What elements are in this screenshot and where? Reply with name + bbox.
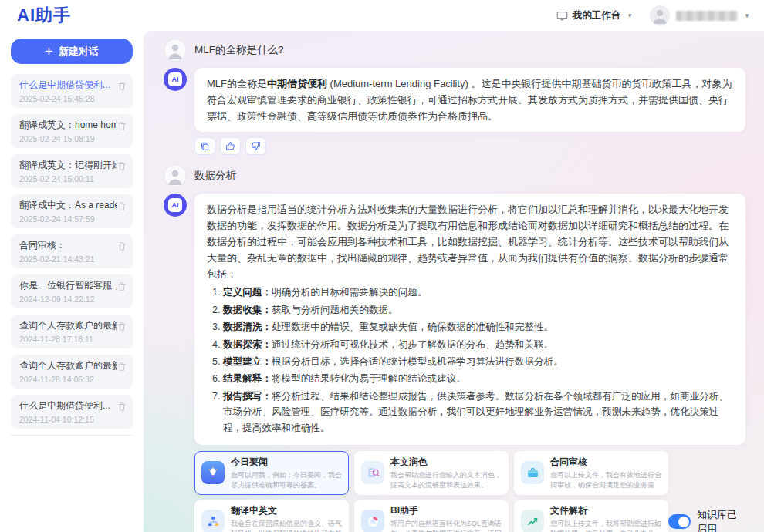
sidebar-divider (11, 435, 133, 436)
conversation-item[interactable]: 合同审核： 2025-02-21 14:43:21 (11, 234, 133, 268)
conversation-title: 查询个人存款账户的最新... (19, 320, 117, 332)
thumbs-up-icon (225, 141, 235, 151)
ai-message: AI 数据分析是指用适当的统计分析方法对收集来的大量数据进行分析，将它们加以汇总… (164, 194, 745, 445)
user-avatar[interactable] (650, 5, 670, 25)
user-message: 数据分析 (164, 164, 745, 187)
card-title: 文件解析 (550, 504, 661, 517)
new-chat-button[interactable]: 新建对话 (11, 39, 133, 64)
list-item: 定义问题：明确分析的目标和需要解决的问题。 (223, 285, 733, 300)
message-actions (194, 137, 745, 155)
step-term: 定义问题： (223, 287, 272, 298)
conversation-time: 2025-02-24 15:00:11 (19, 174, 126, 184)
ai-avatar: AI (164, 194, 187, 217)
user-message: MLF的全称是什么? (164, 39, 745, 62)
conversation-item[interactable]: 什么是中期借贷便利... 2024-11-04 10:12:15 (11, 395, 133, 429)
ai-message-card: 数据分析是指用适当的统计分析方法对收集来的大量数据进行分析，将它们加以汇总和理解… (194, 194, 745, 445)
conversation-item[interactable]: 你是一位银行智能客服，... 2024-12-09 14:22:12 (11, 274, 133, 308)
conversation-title: 翻译成中文：As a reader... (19, 200, 117, 211)
conversation-title: 翻译成英文：记得刚开始... (19, 160, 117, 171)
list-item: 模型建立：根据分析目标，选择合适的统计模型或机器学习算法进行数据分析。 (223, 354, 733, 369)
user-message-avatar (164, 39, 187, 62)
step-term: 模型建立： (223, 356, 272, 367)
card-description: 您可以上传文件，我会有效地进行合同审核，确保合同满足您的业务需求。 (550, 470, 661, 490)
step-term: 数据清洗： (223, 322, 272, 332)
step-term: 报告撰写： (223, 391, 272, 402)
step-term: 数据收集： (223, 305, 272, 315)
trash-icon[interactable] (117, 200, 127, 214)
conversation-item[interactable]: 查询个人存款账户的最新... 2024-11-28 14:06:32 (11, 355, 133, 389)
trash-icon[interactable] (117, 321, 127, 335)
doc-magnifier-icon (361, 461, 384, 484)
step-desc: 根据分析目标，选择合适的统计模型或机器学习算法进行数据分析。 (272, 356, 563, 367)
step-desc: 将模型的结果转化为易于理解的结论或建议。 (272, 373, 466, 384)
step-desc: 将分析过程、结果和结论整理成报告，供决策者参考。数据分析在各个领域都有广泛的应用… (223, 391, 729, 433)
conversation-time: 2025-02-24 15:45:28 (19, 94, 126, 103)
step-desc: 明确分析的目标和需要解决的问题。 (272, 287, 428, 298)
conversation-title: 合同审核： (19, 240, 117, 251)
step-term: 数据探索： (223, 339, 272, 350)
step-term: 结果解释： (223, 373, 272, 384)
conversation-item[interactable]: 翻译成英文：home home 2025-02-24 15:08:19 (11, 114, 133, 148)
knowledge-toggle-label: 知识库已启用 (697, 508, 745, 532)
conversation-title: 什么是中期借贷便利... (19, 79, 117, 91)
thumbs-down-button[interactable] (245, 137, 266, 155)
quick-actions-grid: 今日要闻 您可以问我，例如：今日要闻，我会尽力提供准确和可靠的答案。 本文润色 … (194, 451, 668, 532)
conversation-item[interactable]: 什么是中期借贷便利... 2025-02-24 15:45:28 (11, 74, 133, 108)
monitor-icon (556, 11, 568, 21)
conversation-item[interactable]: 翻译成中文：As a reader... 2025-02-24 14:57:59 (11, 194, 133, 228)
workbench-menu[interactable]: 我的工作台 ▼ (556, 9, 633, 22)
trash-icon[interactable] (117, 241, 127, 254)
card-title: 今日要闻 (231, 456, 342, 469)
top-bar: AI助手 我的工作台 ▼ ▼ (0, 0, 764, 31)
analysis-steps-list: 定义问题：明确分析的目标和需要解决的问题。 数据收集：获取与分析问题相关的数据。… (207, 285, 733, 436)
conversation-item[interactable]: 翻译成英文：记得刚开始... 2025-02-24 15:00:11 (11, 154, 133, 188)
conversation-title: 查询个人存款账户的最新... (19, 360, 117, 372)
card-daily-news[interactable]: 今日要闻 您可以问我，例如：今日要闻，我会尽力提供准确和可靠的答案。 (194, 451, 349, 495)
card-title: 本文润色 (390, 456, 502, 469)
conversation-title: 你是一位银行智能客服，... (19, 280, 117, 291)
trash-icon[interactable] (117, 401, 127, 415)
chat-panel: MLF的全称是什么? AI MLF的全称是中期借贷便利 (Medium-term… (144, 31, 764, 532)
person-icon (164, 165, 186, 187)
toggle-knob (678, 517, 689, 527)
card-text-polish[interactable]: 本文润色 我会帮助您进行您输入的文本润色，提高文本的流畅度和表达效果。 (354, 451, 509, 495)
list-item: 报告撰写：将分析过程、结果和结论整理成报告，供决策者参考。数据分析在各个领域都有… (223, 389, 733, 436)
ai-text: 数据分析是指用适当的统计分析方法对收集来的大量数据进行分析，将它们加以汇总和理解… (207, 204, 729, 280)
workbench-label: 我的工作台 (573, 9, 621, 22)
list-item: 结果解释：将模型的结果转化为易于理解的结论或建议。 (223, 371, 733, 386)
trash-icon[interactable] (117, 281, 127, 295)
card-bi-assistant[interactable]: BI助手 将用户的自然语言转化为SQL查询语句，并直接与数据库进行交互，返回智能… (354, 500, 509, 532)
trash-icon[interactable] (117, 80, 127, 94)
trash-icon[interactable] (117, 120, 127, 134)
card-contract-review[interactable]: 合同审核 您可以上传文件，我会有效地进行合同审核，确保合同满足您的业务需求。 (514, 451, 668, 495)
card-translate[interactable]: 翻译中英文 我会旨在保留原始信息的含义、语气和风格，以确保翻译的准确性和自然流畅… (194, 500, 349, 532)
copy-icon (200, 141, 210, 151)
user-name-blurred[interactable] (676, 11, 738, 21)
copy-button[interactable] (194, 137, 215, 155)
user-message-avatar (164, 164, 187, 187)
list-item: 数据收集：获取与分析问题相关的数据。 (223, 302, 733, 318)
card-title: 合同审核 (550, 456, 661, 469)
trash-icon[interactable] (117, 160, 127, 174)
chevron-down-icon: ▼ (627, 12, 633, 19)
conversation-time: 2024-12-09 14:22:12 (19, 295, 126, 304)
conversation-time: 2024-11-28 14:06:32 (19, 375, 126, 384)
donut-chart-icon (361, 510, 384, 532)
card-file-parse[interactable]: 文件解析 您可以上传文件，我将帮助您进行如数据处理、信息检索、自动化办公等。 (514, 500, 668, 532)
ai-logo-icon: AI (168, 198, 182, 212)
card-description: 将用户的自然语言转化为SQL查询语句，并直接与数据库进行交互，返回智能推荐的图表… (390, 519, 502, 532)
app-logo: AI助手 (17, 4, 71, 27)
card-description: 我会旨在保留原始信息的含义、语气和风格，以确保翻译的准确性和自然流畅。 (231, 519, 342, 532)
plus-icon (45, 47, 53, 56)
thumbs-up-button[interactable] (220, 137, 241, 155)
ai-message: AI MLF的全称是中期借贷便利 (Medium-term Lending Fa… (164, 68, 745, 132)
card-description: 您可以上传文件，我将帮助您进行如数据处理、信息检索、自动化办公等。 (550, 519, 661, 532)
ai-message-card: MLF的全称是中期借贷便利 (Medium-term Lending Facil… (194, 68, 745, 132)
ai-logo-icon: AI (168, 72, 182, 86)
trash-icon[interactable] (117, 361, 127, 375)
chevron-down-icon[interactable]: ▼ (744, 12, 750, 19)
knowledge-toggle[interactable] (668, 514, 691, 529)
step-desc: 处理数据中的错误、重复或缺失值，确保数据的准确性和完整性。 (272, 322, 553, 332)
step-desc: 获取与分析问题相关的数据。 (272, 305, 398, 315)
conversation-item[interactable]: 查询个人存款账户的最新... 2024-11-28 17:18:11 (11, 315, 133, 348)
